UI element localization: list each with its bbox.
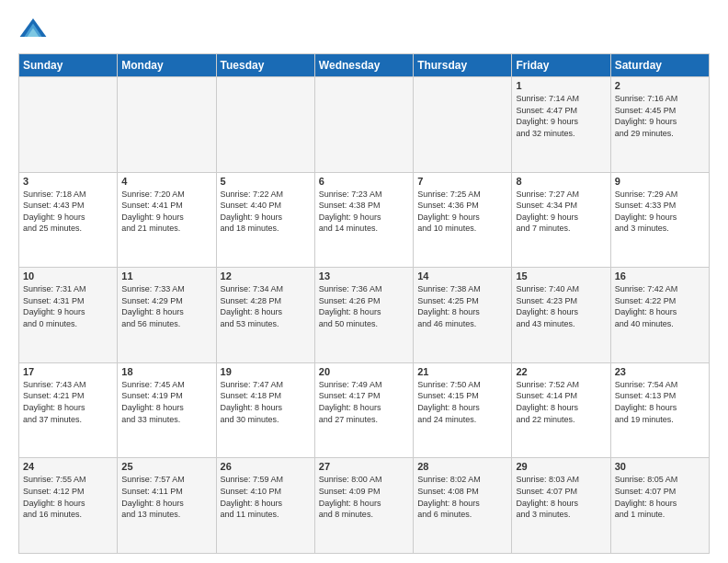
calendar-cell: 18Sunrise: 7:45 AM Sunset: 4:19 PM Dayli… [118,362,216,458]
day-info: Sunrise: 7:57 AM Sunset: 4:11 PM Dayligh… [121,474,211,520]
calendar-cell [414,77,512,173]
calendar-cell: 23Sunrise: 7:54 AM Sunset: 4:13 PM Dayli… [610,362,709,458]
day-number: 22 [516,366,606,377]
day-info: Sunrise: 7:29 AM Sunset: 4:33 PM Dayligh… [615,189,705,235]
day-number: 23 [615,366,705,377]
calendar-cell: 25Sunrise: 7:57 AM Sunset: 4:11 PM Dayli… [118,458,216,554]
day-number: 27 [319,461,409,472]
day-info: Sunrise: 8:02 AM Sunset: 4:08 PM Dayligh… [417,474,507,520]
day-number: 9 [615,176,705,187]
day-info: Sunrise: 7:52 AM Sunset: 4:14 PM Dayligh… [516,379,606,425]
day-number: 5 [221,176,311,187]
day-info: Sunrise: 7:14 AM Sunset: 4:47 PM Dayligh… [516,93,606,139]
calendar-cell: 14Sunrise: 7:38 AM Sunset: 4:25 PM Dayli… [414,268,512,363]
day-info: Sunrise: 8:05 AM Sunset: 4:07 PM Dayligh… [615,474,705,520]
calendar-week-row: 3Sunrise: 7:18 AM Sunset: 4:43 PM Daylig… [19,172,710,268]
calendar-table: SundayMondayTuesdayWednesdayThursdayFrid… [18,53,710,554]
calendar-cell: 3Sunrise: 7:18 AM Sunset: 4:43 PM Daylig… [19,172,118,268]
day-number: 21 [417,366,507,377]
day-number: 14 [417,270,507,282]
day-number: 24 [23,461,113,472]
day-number: 18 [121,366,211,377]
day-info: Sunrise: 7:34 AM Sunset: 4:28 PM Dayligh… [221,283,311,329]
header-day: Thursday [414,54,512,77]
header-day: Sunday [19,54,118,77]
day-info: Sunrise: 7:25 AM Sunset: 4:36 PM Dayligh… [417,189,507,235]
calendar-week-row: 10Sunrise: 7:31 AM Sunset: 4:31 PM Dayli… [19,268,710,363]
calendar-cell: 10Sunrise: 7:31 AM Sunset: 4:31 PM Dayli… [19,268,118,363]
day-info: Sunrise: 7:42 AM Sunset: 4:22 PM Dayligh… [615,283,705,329]
day-info: Sunrise: 7:59 AM Sunset: 4:10 PM Dayligh… [221,474,311,520]
calendar-cell [216,77,314,173]
header-day: Saturday [610,54,709,77]
day-info: Sunrise: 7:49 AM Sunset: 4:17 PM Dayligh… [319,379,409,425]
day-number: 28 [417,461,507,472]
calendar-cell: 27Sunrise: 8:00 AM Sunset: 4:09 PM Dayli… [314,458,413,554]
calendar-cell [314,77,413,173]
day-number: 15 [516,270,606,282]
header [18,15,710,44]
calendar-cell: 28Sunrise: 8:02 AM Sunset: 4:08 PM Dayli… [414,458,512,554]
calendar-cell: 7Sunrise: 7:25 AM Sunset: 4:36 PM Daylig… [414,172,512,268]
day-info: Sunrise: 7:55 AM Sunset: 4:12 PM Dayligh… [23,474,113,520]
day-info: Sunrise: 7:16 AM Sunset: 4:45 PM Dayligh… [615,93,705,139]
calendar-cell: 30Sunrise: 8:05 AM Sunset: 4:07 PM Dayli… [610,458,709,554]
day-number: 16 [615,270,705,282]
day-number: 1 [516,80,606,91]
day-info: Sunrise: 7:43 AM Sunset: 4:21 PM Dayligh… [23,379,113,425]
calendar-cell [19,77,118,173]
day-number: 25 [121,461,211,472]
day-info: Sunrise: 7:45 AM Sunset: 4:19 PM Dayligh… [121,379,211,425]
day-info: Sunrise: 7:23 AM Sunset: 4:38 PM Dayligh… [319,189,409,235]
calendar-cell: 8Sunrise: 7:27 AM Sunset: 4:34 PM Daylig… [512,172,610,268]
day-number: 30 [615,461,705,472]
day-info: Sunrise: 7:31 AM Sunset: 4:31 PM Dayligh… [23,283,113,329]
day-number: 19 [221,366,311,377]
day-info: Sunrise: 7:27 AM Sunset: 4:34 PM Dayligh… [516,189,606,235]
calendar-week-row: 17Sunrise: 7:43 AM Sunset: 4:21 PM Dayli… [19,362,710,458]
day-info: Sunrise: 7:18 AM Sunset: 4:43 PM Dayligh… [23,189,113,235]
day-number: 3 [23,176,113,187]
day-number: 17 [23,366,113,377]
day-info: Sunrise: 7:38 AM Sunset: 4:25 PM Dayligh… [417,283,507,329]
calendar-cell: 16Sunrise: 7:42 AM Sunset: 4:22 PM Dayli… [610,268,709,363]
calendar-cell: 1Sunrise: 7:14 AM Sunset: 4:47 PM Daylig… [512,77,610,173]
day-number: 4 [121,176,211,187]
header-day: Wednesday [314,54,413,77]
day-info: Sunrise: 7:20 AM Sunset: 4:41 PM Dayligh… [121,189,211,235]
calendar-cell: 2Sunrise: 7:16 AM Sunset: 4:45 PM Daylig… [610,77,709,173]
calendar-header: SundayMondayTuesdayWednesdayThursdayFrid… [19,54,710,77]
day-number: 7 [417,176,507,187]
day-number: 26 [221,461,311,472]
calendar-cell: 29Sunrise: 8:03 AM Sunset: 4:07 PM Dayli… [512,458,610,554]
calendar-cell: 12Sunrise: 7:34 AM Sunset: 4:28 PM Dayli… [216,268,314,363]
logo-icon [18,15,48,44]
calendar-cell: 11Sunrise: 7:33 AM Sunset: 4:29 PM Dayli… [118,268,216,363]
day-number: 11 [121,270,211,282]
day-number: 10 [23,270,113,282]
calendar-cell: 15Sunrise: 7:40 AM Sunset: 4:23 PM Dayli… [512,268,610,363]
day-number: 13 [319,270,409,282]
page: SundayMondayTuesdayWednesdayThursdayFrid… [0,0,728,563]
calendar-cell: 22Sunrise: 7:52 AM Sunset: 4:14 PM Dayli… [512,362,610,458]
logo [18,15,51,44]
calendar-cell: 20Sunrise: 7:49 AM Sunset: 4:17 PM Dayli… [314,362,413,458]
calendar-body: 1Sunrise: 7:14 AM Sunset: 4:47 PM Daylig… [19,77,710,554]
day-info: Sunrise: 7:54 AM Sunset: 4:13 PM Dayligh… [615,379,705,425]
header-day: Tuesday [216,54,314,77]
day-info: Sunrise: 7:36 AM Sunset: 4:26 PM Dayligh… [319,283,409,329]
calendar-cell: 17Sunrise: 7:43 AM Sunset: 4:21 PM Dayli… [19,362,118,458]
calendar-cell: 21Sunrise: 7:50 AM Sunset: 4:15 PM Dayli… [414,362,512,458]
day-number: 2 [615,80,705,91]
calendar-cell: 6Sunrise: 7:23 AM Sunset: 4:38 PM Daylig… [314,172,413,268]
calendar-cell: 9Sunrise: 7:29 AM Sunset: 4:33 PM Daylig… [610,172,709,268]
header-row: SundayMondayTuesdayWednesdayThursdayFrid… [19,54,710,77]
calendar-cell: 24Sunrise: 7:55 AM Sunset: 4:12 PM Dayli… [19,458,118,554]
day-number: 29 [516,461,606,472]
day-info: Sunrise: 7:33 AM Sunset: 4:29 PM Dayligh… [121,283,211,329]
calendar-week-row: 1Sunrise: 7:14 AM Sunset: 4:47 PM Daylig… [19,77,710,173]
calendar-cell: 5Sunrise: 7:22 AM Sunset: 4:40 PM Daylig… [216,172,314,268]
day-number: 8 [516,176,606,187]
day-info: Sunrise: 7:22 AM Sunset: 4:40 PM Dayligh… [221,189,311,235]
day-info: Sunrise: 7:40 AM Sunset: 4:23 PM Dayligh… [516,283,606,329]
